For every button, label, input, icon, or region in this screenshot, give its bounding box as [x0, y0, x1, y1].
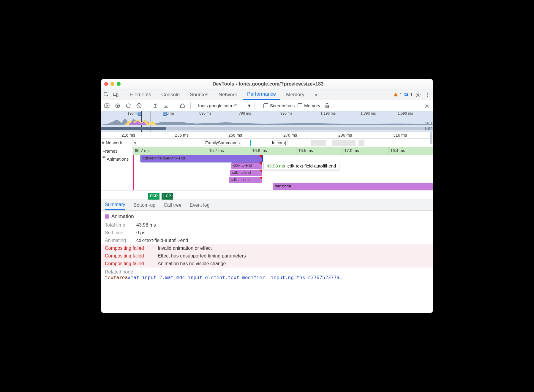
total-time-label: Total time	[105, 222, 132, 228]
animating-value: cdk-text-field-autofill-end	[136, 238, 188, 243]
track-edge	[133, 155, 134, 190]
overview-handle-right[interactable]	[163, 112, 167, 116]
net-label: NET	[425, 127, 432, 131]
network-track-label: Network	[106, 140, 122, 145]
playhead[interactable]	[147, 132, 147, 200]
screenshots-checkbox[interactable]: Screenshots	[263, 103, 295, 108]
animations-track[interactable]: Animations cdk-text-field-autofill-end c…	[101, 155, 433, 191]
settings-icon[interactable]	[414, 91, 422, 99]
clear-icon[interactable]	[135, 102, 143, 110]
compositing-error: Compositing failedInvalid animation or e…	[101, 244, 433, 252]
maximize-window-button[interactable]	[117, 82, 121, 86]
expand-icon[interactable]	[102, 141, 105, 144]
frame-segment[interactable]: 17.0 ms	[342, 147, 388, 155]
frames-track-label: Frames	[102, 148, 118, 154]
frames-track[interactable]: Frames 66.7 ms 15.7 ms 16.8 ms 16.5 ms 1…	[101, 147, 433, 155]
upload-icon[interactable]	[151, 102, 159, 110]
transform-bar[interactable]: transform	[273, 183, 433, 190]
animations-track-label: Animations	[107, 157, 129, 162]
summary-panel: Animation Total time43.98 ms Self time0 …	[101, 211, 433, 313]
memory-checkbox[interactable]: Memory	[298, 103, 320, 108]
flame-chart[interactable]: 216 ms 236 ms 256 ms 276 ms 296 ms 316 m…	[101, 132, 433, 200]
window-title: DevTools - fonts.google.com/?preview.siz…	[124, 81, 412, 87]
svg-point-9	[427, 96, 428, 97]
flame-ruler: 216 ms 236 ms 256 ms 276 ms 296 ms 316 m…	[101, 132, 433, 139]
tab-memory[interactable]: Memory	[282, 89, 308, 100]
compositing-error: Compositing failedAnimation has no visib…	[101, 260, 433, 268]
warnings-badge[interactable]: 1	[393, 92, 402, 97]
details-tabs: Summary Bottom-up Call tree Event log	[101, 200, 433, 211]
network-item[interactable]	[332, 140, 356, 146]
svg-point-12	[117, 105, 119, 107]
download-icon[interactable]	[162, 102, 170, 110]
garbage-collect-icon[interactable]	[323, 102, 331, 110]
self-time-value: 0 µs	[136, 230, 146, 235]
frame-segment[interactable]: 66.7 ms	[133, 147, 207, 155]
frame-segment[interactable]: 16.4 ms	[388, 147, 433, 155]
network-item[interactable]: FamilySummaries	[204, 140, 241, 146]
svg-point-6	[418, 94, 419, 95]
summary-title: Animation	[111, 214, 134, 219]
tab-performance[interactable]: Performance	[243, 89, 280, 100]
window-controls	[104, 82, 121, 86]
animating-label: Animating	[105, 238, 132, 243]
tab-network[interactable]: Network	[214, 89, 241, 100]
chevron-down-icon: ▼	[247, 103, 252, 108]
svg-rect-5	[405, 94, 407, 95]
minimize-window-button[interactable]	[110, 82, 114, 86]
devtools-window: DevTools - fonts.google.com/?preview.siz…	[101, 79, 433, 313]
tab-call-tree[interactable]: Call tree	[164, 200, 181, 210]
svg-rect-4	[405, 94, 408, 94]
tab-summary[interactable]: Summary	[105, 200, 125, 210]
close-window-button[interactable]	[104, 82, 108, 86]
color-swatch	[105, 214, 109, 219]
compositing-error: Compositing failedEffect has unsupported…	[101, 252, 433, 260]
svg-point-14	[426, 105, 428, 106]
total-time-value: 43.98 ms	[136, 222, 156, 228]
overview-timeline[interactable]: 196 ms 96 ms 596 ms 796 ms 996 ms 1,196 …	[101, 111, 433, 132]
animation-bar[interactable]: cdk-…-end	[231, 162, 262, 169]
related-node-link[interactable]: textarea#mat-input-2.mat-mdc-input-eleme…	[105, 275, 429, 280]
record-icon[interactable]	[114, 102, 121, 110]
network-item[interactable]: le.com)	[271, 140, 287, 146]
home-icon[interactable]	[178, 102, 186, 110]
animation-bar[interactable]: cdk-…-end	[230, 170, 262, 176]
lcp-marker[interactable]: LCP	[162, 193, 173, 200]
tooltip: 43.98 mscdk-text-field-autofill-end	[263, 162, 339, 170]
network-track[interactable]: Network s FamilySummaries le.com)	[101, 139, 433, 147]
fcp-marker[interactable]: FCP	[148, 193, 159, 200]
capture-settings-icon[interactable]	[423, 102, 431, 110]
profile-selector[interactable]: fonts.google.com #1 ▼	[195, 102, 255, 109]
network-item[interactable]	[358, 140, 364, 146]
inspect-icon[interactable]	[102, 91, 110, 99]
frame-segment[interactable]: 16.5 ms	[296, 147, 342, 155]
cpu-label: CPU	[425, 121, 432, 125]
tab-bottom-up[interactable]: Bottom-up	[133, 200, 155, 210]
toggle-pane-icon[interactable]	[103, 102, 111, 110]
reload-record-icon[interactable]	[124, 102, 132, 110]
tab-event-log[interactable]: Event log	[190, 200, 210, 210]
svg-rect-3	[405, 93, 408, 96]
related-node-label: Related node	[105, 269, 429, 275]
issues-count: 1	[410, 92, 413, 97]
device-toggle-icon[interactable]	[112, 91, 120, 99]
tab-overflow[interactable]: »	[310, 89, 321, 100]
animation-bar-selected[interactable]: cdk-text-field-autofill-end	[141, 155, 262, 162]
scrollbar[interactable]	[430, 132, 432, 144]
titlebar: DevTools - fonts.google.com/?preview.siz…	[101, 79, 433, 89]
frame-segment[interactable]: 15.7 ms	[207, 147, 250, 155]
network-item[interactable]: s	[133, 140, 137, 146]
issues-badge[interactable]: 1	[404, 92, 413, 97]
warnings-count: 1	[399, 92, 402, 97]
more-icon[interactable]	[424, 91, 432, 99]
tab-console[interactable]: Console	[157, 89, 184, 100]
tab-elements[interactable]: Elements	[126, 89, 155, 100]
frame-segment[interactable]: 16.8 ms	[250, 147, 296, 155]
network-item[interactable]	[311, 140, 326, 146]
cpu-activity-graph	[101, 116, 433, 125]
svg-point-8	[427, 94, 428, 95]
svg-point-7	[427, 92, 428, 93]
tab-sources[interactable]: Sources	[186, 89, 212, 100]
collapse-icon[interactable]	[102, 157, 105, 159]
animation-bar[interactable]: cdk-…-end	[229, 177, 262, 183]
